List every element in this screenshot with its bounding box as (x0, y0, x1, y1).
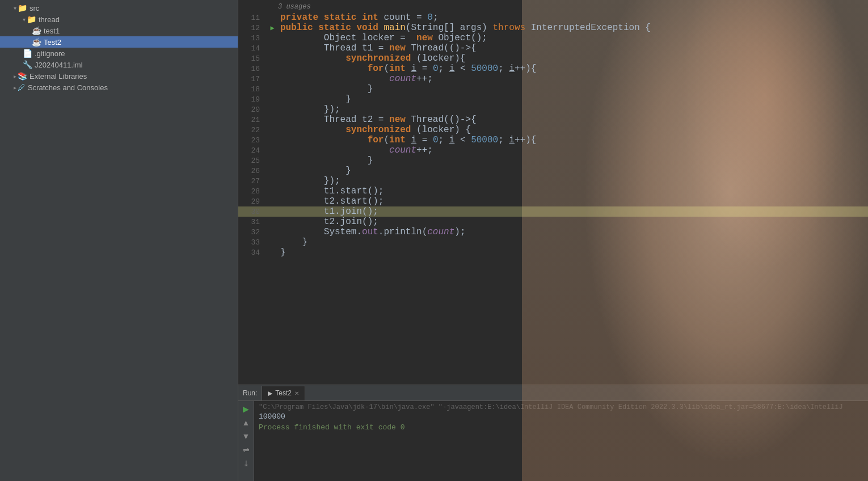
code-editor[interactable]: 3 usages 11 private static int count = 0… (238, 0, 868, 385)
scratch-icon: 🖊 (18, 83, 26, 92)
close-tab-button[interactable]: ✕ (294, 390, 299, 396)
chevron-right-icon: ▸ (14, 85, 16, 91)
code-line-33: 33 } (238, 237, 868, 247)
chevron-right-icon: ▸ (14, 73, 16, 79)
run-label: Run: (243, 389, 257, 397)
code-line-18: 18 } (238, 84, 868, 94)
sidebar-item-test1[interactable]: ☕ test1 (0, 25, 238, 36)
line-number: 19 (238, 95, 267, 104)
code-line-25: 25 } (238, 155, 868, 166)
chevron-down-icon: ▾ (23, 16, 26, 23)
line-number: 17 (238, 75, 267, 83)
line-number: 27 (238, 177, 267, 185)
line-number: 16 (238, 65, 267, 73)
sidebar-item-iml[interactable]: 🔧 J20240411.iml (0, 59, 238, 70)
line-content: public static void main(String[] args) t… (278, 23, 868, 33)
sidebar-item-thread[interactable]: ▾ 📁 thread (0, 14, 238, 25)
output-number-text: 100000 (259, 412, 285, 421)
line-content: } (278, 166, 868, 176)
line-content: } (278, 94, 868, 104)
code-line-28: 28 t1.start(); (238, 186, 868, 196)
tab-label: Test2 (275, 389, 292, 397)
line-content: t2.start(); (278, 196, 868, 206)
line-number: 22 (238, 126, 267, 134)
code-line-24: 24 count++; (238, 145, 868, 155)
process-done-text: Process finished with exit code 0 (259, 423, 404, 432)
sidebar-item-label: src (30, 4, 39, 12)
line-content: count++; (278, 145, 868, 155)
sidebar-item-label: Test2 (44, 38, 61, 47)
output-cmd-line: "C:\Program Files\Java\jdk-17\bin\java.e… (259, 403, 863, 411)
line-number: 18 (238, 85, 267, 94)
run-gutter-icon[interactable]: ▶ (267, 24, 278, 32)
line-number: 14 (238, 44, 267, 53)
line-number: 15 (238, 54, 267, 63)
line-number: 28 (238, 187, 267, 196)
code-line-20: 20 }); (238, 104, 868, 115)
code-line-32: 32 System.out.println(count); (238, 227, 868, 237)
output-status: Process finished with exit code 0 (259, 423, 863, 432)
run-button[interactable]: ▶ (241, 403, 251, 415)
java-icon: ☕ (32, 37, 41, 47)
sidebar-item-label: J20240411.iml (35, 61, 83, 69)
line-content: Thread t2 = new Thread(()->{ (278, 115, 868, 125)
line-content: for(int i = 0; i < 50000; i++){ (278, 64, 868, 74)
folder-icon: 📁 (27, 15, 36, 24)
main-area: ▾ 📁 src ▾ 📁 thread ☕ test1 ☕ Test (0, 0, 868, 481)
sidebar-item-src[interactable]: ▾ 📁 src (0, 2, 238, 14)
line-number: 21 (238, 116, 267, 124)
code-line-23: 23 for(int i = 0; i < 50000; i++){ (238, 135, 868, 145)
sidebar-item-ext-libs[interactable]: ▸ 📚 External Libraries (0, 70, 238, 82)
wrap-button[interactable]: ⇌ (241, 444, 252, 455)
sidebar-item-scratches[interactable]: ▸ 🖊 Scratches and Consoles (0, 82, 238, 93)
line-content: } (278, 237, 868, 247)
code-line-16: 16 for(int i = 0; i < 50000; i++){ (238, 64, 868, 74)
output-area: "C:\Program Files\Java\jdk-17\bin\java.e… (254, 401, 868, 481)
line-number: 29 (238, 197, 267, 206)
folder-icon: 📁 (18, 3, 27, 12)
line-number: 33 (238, 238, 267, 247)
sidebar-item-label: Scratches and Consoles (28, 83, 108, 92)
line-number: 20 (238, 106, 267, 114)
line-content: System.out.println(count); (278, 227, 868, 237)
line-content: private static int count = 0; (278, 12, 868, 23)
line-content: Thread t1 = new Thread(()->{ (278, 43, 868, 53)
line-content: }); (278, 176, 868, 186)
line-content: t1.start(); (278, 186, 868, 196)
chevron-down-icon: ▾ (14, 5, 16, 11)
scroll-to-end-button[interactable]: ⤓ (241, 458, 252, 469)
code-line-21: 21 Thread t2 = new Thread(()->{ (238, 115, 868, 125)
scroll-up-button[interactable]: ▲ (240, 417, 252, 428)
code-line-26: 26 } (238, 166, 868, 176)
run-line-icon[interactable]: ▶ (270, 24, 274, 32)
line-number: 11 (238, 14, 267, 22)
line-number: 25 (238, 157, 267, 165)
line-number: 23 (238, 136, 267, 145)
bottom-panel: Run: ▶ Test2 ✕ ▶ ▲ ▼ ⇌ ⤓ (238, 385, 868, 481)
code-line-22: 22 synchronized (locker) { (238, 125, 868, 135)
code-line-31: 31 t2.join(); (238, 217, 868, 227)
line-number: 13 (238, 34, 267, 43)
code-line-19: 19 } (238, 94, 868, 104)
sidebar-item-gitignore[interactable]: 📄 .gitignore (0, 48, 238, 59)
console-icon: ▶ (268, 390, 272, 397)
code-line-17: 17 count++; (238, 74, 868, 84)
sidebar: ▾ 📁 src ▾ 📁 thread ☕ test1 ☕ Test (0, 0, 238, 481)
code-line-12: 12 ▶ public static void main(String[] ar… (238, 23, 868, 33)
line-number: 30 (238, 208, 267, 216)
scroll-down-button[interactable]: ▼ (240, 431, 252, 442)
sidebar-item-label: thread (39, 15, 60, 24)
line-number: 32 (238, 228, 267, 237)
line-content: for(int i = 0; i < 50000; i++){ (278, 135, 868, 145)
line-content: synchronized (locker){ (278, 53, 868, 64)
line-content: } (278, 155, 868, 166)
code-line-34: 34 } (238, 247, 868, 258)
sidebar-item-test2[interactable]: ☕ Test2 (0, 36, 238, 48)
line-number: 26 (238, 167, 267, 175)
bottom-tab-test2[interactable]: ▶ Test2 ✕ (262, 386, 305, 400)
line-content: }); (278, 104, 868, 115)
iml-icon: 🔧 (23, 60, 32, 69)
cmd-text: "C:\Program Files\Java\jdk-17\bin\java.e… (259, 403, 843, 411)
line-content: count++; (278, 74, 868, 84)
sidebar-item-label: .gitignore (35, 49, 65, 58)
